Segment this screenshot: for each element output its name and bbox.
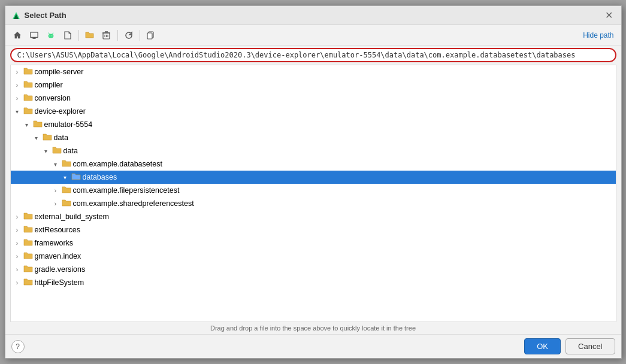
tree-item[interactable]: ▾ device-explorer (11, 105, 616, 118)
toolbar-left (10, 28, 158, 43)
tree-item[interactable]: ▾ databases (11, 171, 616, 184)
chevron-icon: › (13, 278, 22, 287)
chevron-icon: › (13, 226, 22, 234)
refresh-icon (125, 31, 133, 40)
folder-icon (50, 146, 63, 156)
folder-icon (22, 212, 35, 222)
dialog-title: Select Path (25, 11, 66, 20)
file-button[interactable] (61, 28, 75, 43)
home-icon (13, 31, 22, 40)
path-bar-container (10, 48, 616, 62)
tree-item-label: frameworks (35, 239, 74, 247)
tree-item-label: com.example.filepersistencetest (73, 186, 180, 195)
folder-icon (41, 133, 54, 143)
chevron-icon: ▾ (23, 120, 31, 129)
folder-icon (22, 107, 35, 117)
folder-icon (22, 251, 35, 262)
chevron-icon: ▾ (61, 173, 69, 181)
title-bar: Select Path ✕ (5, 6, 621, 25)
select-path-dialog: Select Path ✕ (5, 5, 622, 359)
toolbar-separator-3 (140, 30, 140, 41)
tree-item[interactable]: › extResources (11, 223, 616, 236)
chevron-icon: › (13, 239, 22, 247)
delete-icon (102, 31, 110, 40)
svg-point-7 (52, 35, 52, 36)
folder-icon (60, 199, 73, 209)
tree-item-label: device-explorer (35, 107, 86, 116)
chevron-icon: ▾ (52, 160, 60, 168)
android-icon (47, 31, 55, 40)
folder-icon (60, 186, 73, 196)
chevron-icon: › (13, 94, 22, 102)
tree-item-label: gmaven.index (35, 252, 81, 260)
chevron-icon: › (13, 252, 22, 260)
android-button[interactable] (44, 28, 58, 43)
file-tree[interactable]: › compile-server› compiler› conversion▾ … (10, 65, 616, 322)
svg-line-8 (49, 32, 49, 34)
tree-item[interactable]: › external_build_system (11, 210, 616, 223)
chevron-icon: › (13, 265, 22, 274)
folder-icon (22, 93, 35, 104)
chevron-icon: ▾ (32, 134, 41, 142)
status-bar: Drag and drop a file into the space abov… (5, 322, 621, 334)
app-icon (11, 11, 21, 20)
tree-item[interactable]: › gmaven.index (11, 250, 616, 263)
tree-item[interactable]: › compile-server (11, 65, 616, 78)
tree-item-label: compiler (35, 81, 63, 89)
copy-button[interactable] (144, 28, 158, 43)
svg-line-9 (52, 32, 53, 34)
tree-item[interactable]: › frameworks (11, 236, 616, 250)
tree-item-label: data (63, 147, 78, 155)
chevron-icon: › (13, 213, 22, 221)
svg-rect-2 (30, 32, 37, 37)
delete-button[interactable] (99, 28, 114, 43)
tree-item[interactable]: › com.example.sharedpreferencestest (11, 197, 616, 210)
tree-item[interactable]: ▾ com.example.databasetest (11, 157, 616, 171)
tree-item[interactable]: › conversion (11, 92, 616, 105)
tree-item-label: compile-server (35, 68, 84, 76)
tree-item[interactable]: › gradle.versions (11, 263, 616, 276)
svg-rect-17 (147, 33, 152, 39)
cancel-button[interactable]: Cancel (565, 338, 615, 354)
toolbar-separator-1 (78, 30, 79, 41)
folder-icon (22, 80, 35, 90)
ok-button[interactable]: OK (524, 338, 561, 354)
tree-item-label: gradle.versions (35, 265, 86, 274)
chevron-icon: › (52, 186, 60, 195)
tree-item-label: extResources (35, 226, 80, 234)
button-bar-inner: ? OK Cancel (11, 338, 615, 354)
folder-icon (31, 120, 44, 130)
tree-item[interactable]: › com.example.filepersistencetest (11, 184, 616, 197)
status-message: Drag and drop a file into the space abov… (210, 324, 416, 332)
tree-item[interactable]: ▾ data (11, 144, 616, 157)
tree-item[interactable]: › httpFileSystem (11, 276, 616, 289)
tree-item-label: external_build_system (35, 213, 109, 221)
tree-item-label: databases (83, 173, 117, 181)
tree-item[interactable]: ▾ emulator-5554 (11, 118, 616, 131)
folder-icon (69, 172, 83, 183)
folder-icon (22, 265, 35, 275)
title-bar-left: Select Path (11, 11, 66, 20)
tree-item-label: conversion (35, 94, 71, 102)
hide-path-link[interactable]: Hide path (583, 31, 613, 40)
monitor-button[interactable] (27, 28, 41, 43)
tree-item-label: httpFileSystem (35, 278, 84, 287)
new-folder-icon (85, 31, 94, 39)
home-button[interactable] (10, 28, 25, 43)
path-input[interactable] (10, 48, 616, 62)
tree-item-label: com.example.databasetest (73, 160, 162, 168)
tree-item[interactable]: › compiler (11, 78, 616, 92)
help-button[interactable]: ? (11, 340, 25, 353)
new-folder-button[interactable] (83, 28, 97, 43)
folder-icon (60, 159, 73, 169)
folder-icon (22, 238, 35, 248)
svg-point-5 (48, 34, 53, 38)
chevron-icon: ▾ (42, 147, 50, 155)
monitor-icon (30, 31, 38, 40)
close-button[interactable]: ✕ (603, 10, 615, 22)
folder-icon (22, 278, 35, 288)
toolbar-separator-2 (117, 30, 118, 41)
tree-item[interactable]: ▾ data (11, 131, 616, 144)
refresh-button[interactable] (122, 28, 136, 43)
copy-icon (147, 31, 155, 40)
